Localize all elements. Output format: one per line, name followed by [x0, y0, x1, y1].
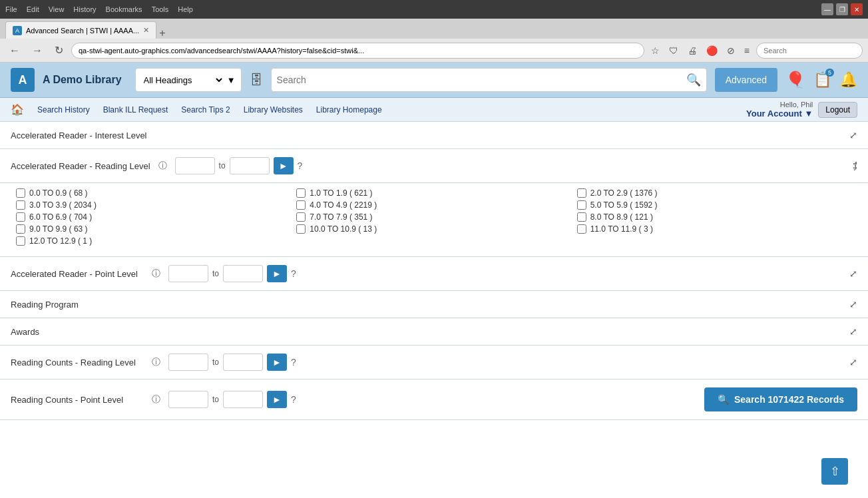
ar-reading-range-help-icon[interactable]: ?: [298, 160, 303, 171]
menu-edit[interactable]: Edit: [27, 5, 39, 13]
ar-point-help-icon[interactable]: ⓘ: [152, 268, 160, 280]
browser-titlebar: File Edit View History Bookmarks Tools H…: [0, 0, 868, 19]
home-icon[interactable]: 🏠: [11, 103, 24, 116]
checkbox-10.0-10.9[interactable]: [296, 224, 306, 234]
rc-reading-min[interactable]: [168, 354, 208, 371]
search-records-label: Search 1071422 Records: [734, 394, 844, 405]
checkbox-item[interactable]: 10.0 TO 10.9 ( 13 ): [296, 224, 576, 234]
menu-history[interactable]: History: [73, 5, 96, 13]
checkbox-item[interactable]: 3.0 TO 3.9 ( 2034 ): [16, 200, 296, 210]
ar-point-min[interactable]: [168, 265, 208, 282]
checkbox-item[interactable]: 0.0 TO 0.9 ( 68 ): [16, 188, 296, 198]
menu-help[interactable]: Help: [178, 5, 193, 13]
ar-interest-expand-icon[interactable]: ⤢: [849, 130, 857, 140]
rc-point-go-button[interactable]: ►: [267, 391, 287, 408]
reload-button[interactable]: ↻: [51, 43, 67, 58]
close-button[interactable]: ✕: [851, 3, 863, 15]
scroll-to-top-button[interactable]: ⇧: [821, 458, 848, 485]
extension-icon[interactable]: 🔴: [704, 44, 720, 57]
nav-library-websites[interactable]: Library Websites: [238, 103, 308, 117]
nav-library-homepage[interactable]: Library Homepage: [311, 103, 387, 117]
checkbox-11.0-11.9[interactable]: [577, 224, 586, 234]
search-submit-icon[interactable]: 🔍: [686, 73, 701, 87]
checkbox-item[interactable]: 5.0 TO 5.9 ( 1592 ): [577, 200, 857, 210]
checkbox-item[interactable]: 12.0 TO 12.9 ( 1 ): [16, 236, 296, 246]
search-input[interactable]: [277, 75, 684, 85]
checkbox-2.0-2.9[interactable]: [577, 188, 586, 198]
active-tab[interactable]: A Advanced Search | STWI | AAAA... ✕: [5, 21, 156, 39]
balloon-icon: 🎈: [785, 71, 805, 89]
ar-reading-max[interactable]: [230, 157, 270, 174]
checkbox-7.0-7.9[interactable]: [296, 212, 306, 222]
rc-point-help-icon[interactable]: ⓘ: [152, 393, 160, 405]
rc-point-max[interactable]: [223, 391, 263, 408]
nav-search-history[interactable]: Search History: [32, 103, 95, 117]
rc-reading-help-icon[interactable]: ⓘ: [152, 356, 160, 368]
checkbox-3.0-3.9[interactable]: [16, 200, 25, 210]
advanced-button[interactable]: Advanced: [715, 68, 777, 92]
bell-icon[interactable]: 🔔: [839, 71, 857, 89]
checkbox-1.0-1.9[interactable]: [296, 188, 306, 198]
checkbox-item[interactable]: 9.0 TO 9.9 ( 63 ): [16, 224, 296, 234]
rc-reading-go-button[interactable]: ►: [267, 354, 287, 371]
checkbox-9.0-9.9[interactable]: [16, 224, 25, 234]
checkbox-item[interactable]: 4.0 TO 4.9 ( 2219 ): [296, 200, 576, 210]
ar-reading-go-button[interactable]: ►: [274, 157, 294, 174]
menu-bookmarks[interactable]: Bookmarks: [106, 5, 142, 13]
address-bar[interactable]: [71, 43, 644, 59]
ar-reading-expand-icon[interactable]: ⨋: [853, 160, 857, 171]
rc-reading-section: Reading Counts - Reading Level ⓘ to ► ? …: [0, 346, 868, 379]
search-records-button[interactable]: 🔍 Search 1071422 Records: [704, 387, 857, 411]
awards-expand-icon[interactable]: ⤢: [849, 326, 857, 337]
ar-reading-help-icon[interactable]: ⓘ: [158, 160, 167, 172]
ar-reading-min[interactable]: [175, 157, 215, 174]
checkbox-4.0-4.9[interactable]: [296, 200, 306, 210]
menu-view[interactable]: View: [49, 5, 65, 13]
nav-blank-ill[interactable]: Blank ILL Request: [98, 103, 174, 117]
nav-search-tips[interactable]: Search Tips 2: [176, 103, 235, 117]
rc-point-min[interactable]: [168, 391, 208, 408]
maximize-button[interactable]: ❐: [836, 3, 848, 15]
search-type-dropdown[interactable]: All Headings ▼: [135, 68, 242, 92]
menu-icon[interactable]: ≡: [742, 44, 752, 57]
menu-tools[interactable]: Tools: [152, 5, 169, 13]
rc-point-label: Reading Counts - Point Level: [11, 395, 144, 405]
logout-button[interactable]: Logout: [818, 102, 857, 118]
checkbox-item[interactable]: 2.0 TO 2.9 ( 1376 ): [577, 188, 857, 198]
minimize-button[interactable]: —: [821, 3, 833, 15]
tab-close-button[interactable]: ✕: [143, 26, 149, 35]
ar-point-expand-icon[interactable]: ⤢: [849, 268, 857, 279]
account-link[interactable]: Your Account ▼: [746, 109, 813, 119]
checkbox-item[interactable]: 8.0 TO 8.9 ( 121 ): [577, 212, 857, 222]
print-icon[interactable]: 🖨: [685, 44, 700, 57]
back-button[interactable]: ←: [5, 43, 24, 58]
ar-point-go-button[interactable]: ►: [267, 265, 287, 282]
block-icon[interactable]: ⊘: [724, 44, 738, 57]
checkbox-item[interactable]: 11.0 TO 11.9 ( 3 ): [577, 224, 857, 234]
checkbox-item[interactable]: 1.0 TO 1.9 ( 621 ): [296, 188, 576, 198]
menu-file[interactable]: File: [5, 5, 17, 13]
checkbox-6.0-6.9[interactable]: [16, 212, 25, 222]
checkbox-item[interactable]: 6.0 TO 6.9 ( 704 ): [16, 212, 296, 222]
range-to-label: to: [219, 161, 226, 170]
headings-select[interactable]: All Headings: [141, 75, 224, 86]
checkbox-item[interactable]: 7.0 TO 7.9 ( 351 ): [296, 212, 576, 222]
account-chevron-icon: ▼: [804, 109, 813, 119]
bookmark-button[interactable]: ☆: [648, 44, 662, 57]
new-tab-button[interactable]: +: [159, 28, 165, 39]
ar-point-max[interactable]: [223, 265, 263, 282]
checkbox-12.0-12.9[interactable]: [16, 236, 25, 246]
browser-menu: File Edit View History Bookmarks Tools H…: [5, 5, 193, 13]
checkbox-8.0-8.9[interactable]: [577, 212, 586, 222]
rc-point-range-help-icon[interactable]: ?: [291, 394, 296, 405]
nav-links: Search History Blank ILL Request Search …: [32, 103, 387, 117]
rc-reading-max[interactable]: [223, 354, 263, 371]
forward-button[interactable]: →: [28, 43, 47, 58]
ar-point-range-help-icon[interactable]: ?: [291, 268, 296, 279]
checkbox-5.0-5.9[interactable]: [577, 200, 586, 210]
checkbox-0.0-0.9[interactable]: [16, 188, 25, 198]
rc-reading-expand-icon[interactable]: ⤢: [849, 357, 857, 368]
browser-search-input[interactable]: [756, 43, 863, 59]
reading-program-expand-icon[interactable]: ⤢: [849, 299, 857, 310]
rc-reading-range-help-icon[interactable]: ?: [291, 357, 296, 368]
